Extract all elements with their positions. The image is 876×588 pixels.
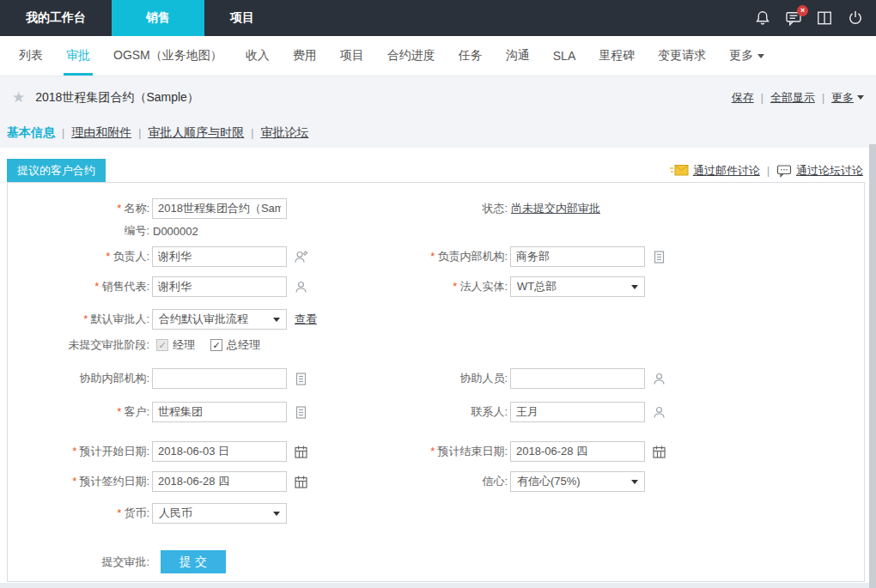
manager-checkbox-label: 经理 xyxy=(173,337,195,353)
nav-item-income[interactable]: 收入 xyxy=(246,36,270,76)
org-list-icon[interactable] xyxy=(652,250,666,264)
email-discuss-link[interactable]: 通过邮件讨论 xyxy=(693,163,760,179)
customer-input[interactable] xyxy=(152,402,287,422)
dropdown-arrow-icon xyxy=(631,480,638,484)
required-mark: * xyxy=(106,250,110,263)
mail-icon xyxy=(670,164,689,177)
message-icon[interactable]: × xyxy=(785,9,802,27)
default-approver-select[interactable]: 合约默认审批流程 xyxy=(152,309,287,330)
separator: | xyxy=(822,92,824,104)
nav-tab-project[interactable]: 项目 xyxy=(204,0,280,36)
save-link[interactable]: 保存 xyxy=(732,90,754,106)
tab-approval-forum[interactable]: 审批论坛 xyxy=(260,125,308,141)
forum-discuss-link[interactable]: 通过论坛讨论 xyxy=(796,163,863,179)
sign-date-row: *预计签约日期: xyxy=(8,471,308,492)
required-mark: * xyxy=(430,250,435,263)
star-icon[interactable]: ★ xyxy=(12,90,25,105)
required-mark: * xyxy=(117,506,121,519)
calendar-icon[interactable] xyxy=(652,445,666,459)
person-icon[interactable] xyxy=(652,372,666,386)
currency-label: *货币: xyxy=(8,506,149,521)
general-manager-checkbox[interactable] xyxy=(210,339,222,351)
customer-label-text: 客户: xyxy=(124,405,149,418)
nav-item-more[interactable]: 更多 xyxy=(729,36,764,76)
nav-item-contract-progress[interactable]: 合约进度 xyxy=(387,36,435,76)
number-value: D000002 xyxy=(153,225,198,238)
number-label: 编号: xyxy=(8,223,149,239)
sales-rep-label: *销售代表: xyxy=(8,279,149,294)
default-approver-value: 合约默认审批流程 xyxy=(159,312,248,327)
calendar-icon[interactable] xyxy=(294,475,308,489)
legal-entity-value: WT总部 xyxy=(517,279,557,294)
status-row: 状态: 尚未提交内部审批 xyxy=(366,198,600,219)
power-icon[interactable] xyxy=(847,9,864,27)
internal-org-input[interactable] xyxy=(510,246,645,267)
assist-org-row: 协助内部机构: xyxy=(8,368,308,389)
contact-input[interactable] xyxy=(510,402,645,422)
org-list-icon[interactable] xyxy=(294,372,308,386)
assist-staff-label: 协助人员: xyxy=(366,371,508,386)
legal-entity-row: *法人实体: WT总部 xyxy=(366,276,645,297)
nav-item-change-request[interactable]: 变更请求 xyxy=(658,36,706,76)
contract-form-panel: *名称: 状态: 尚未提交内部审批 编号: D000002 *负责人: xyxy=(7,182,865,582)
tab-reason-attachments[interactable]: 理由和附件 xyxy=(71,125,131,141)
nav-item-communication[interactable]: 沟通 xyxy=(506,36,530,76)
legal-entity-label: *法人实体: xyxy=(366,279,508,294)
currency-value: 人民币 xyxy=(159,506,192,521)
show-all-link[interactable]: 全部显示 xyxy=(770,90,815,106)
nav-item-tasks[interactable]: 任务 xyxy=(459,36,483,76)
nav-tab-workbench[interactable]: 我的工作台 xyxy=(0,0,112,36)
forum-bubble-icon xyxy=(776,164,792,178)
scrollbar[interactable] xyxy=(869,144,876,588)
customer-row: *客户: xyxy=(8,402,308,422)
submit-button[interactable]: 提 交 xyxy=(161,550,226,573)
legal-entity-select[interactable]: WT总部 xyxy=(510,276,645,297)
nav-item-expense[interactable]: 费用 xyxy=(293,36,317,76)
sales-rep-input[interactable] xyxy=(152,276,287,297)
contact-row: 联系人: xyxy=(366,402,666,422)
contact-label: 联系人: xyxy=(366,404,508,420)
module-nav: 列表 审批 OGSM（业务地图） 收入 费用 项目 合约进度 任务 沟通 SLA… xyxy=(0,36,876,76)
end-date-label-text: 预计结束日期: xyxy=(437,445,508,458)
more-link[interactable]: 更多 xyxy=(831,90,854,106)
org-list-icon[interactable] xyxy=(294,405,308,420)
currency-label-text: 货币: xyxy=(124,506,149,519)
bell-icon[interactable] xyxy=(754,9,771,27)
required-mark: * xyxy=(94,280,99,293)
person-edit-icon[interactable] xyxy=(294,250,308,264)
calendar-icon[interactable] xyxy=(294,445,308,459)
owner-input[interactable] xyxy=(152,246,287,267)
required-mark: * xyxy=(430,445,435,458)
top-navbar: 我的工作台 销售 项目 × xyxy=(0,0,876,36)
tab-approver-order[interactable]: 审批人顺序与时限 xyxy=(148,125,244,141)
currency-select[interactable]: 人民币 xyxy=(152,503,287,524)
status-value-link[interactable]: 尚未提交内部审批 xyxy=(511,201,600,216)
tab-basic-info[interactable]: 基本信息 xyxy=(7,125,55,141)
nav-item-list[interactable]: 列表 xyxy=(19,36,43,76)
assist-staff-input[interactable] xyxy=(510,368,645,389)
nav-item-sla[interactable]: SLA xyxy=(553,36,575,76)
nav-item-milestone[interactable]: 里程碑 xyxy=(599,36,635,76)
person-icon[interactable] xyxy=(652,405,666,420)
confidence-label: 信心: xyxy=(366,474,508,489)
view-link[interactable]: 查看 xyxy=(295,312,317,327)
nav-item-ogsm[interactable]: OGSM（业务地图） xyxy=(113,36,222,76)
end-date-input[interactable] xyxy=(510,441,645,462)
confidence-row: 信心: 有信心(75%) xyxy=(366,471,645,492)
name-row: *名称: xyxy=(8,198,287,219)
start-date-input[interactable] xyxy=(152,441,287,462)
person-icon[interactable] xyxy=(294,280,308,294)
nav-item-approval[interactable]: 审批 xyxy=(66,36,90,76)
confidence-select[interactable]: 有信心(75%) xyxy=(510,471,645,492)
nav-item-project[interactable]: 项目 xyxy=(340,36,364,76)
assist-org-input[interactable] xyxy=(152,368,287,389)
name-input[interactable] xyxy=(152,198,287,219)
default-approver-row: *默认审批人: 合约默认审批流程 查看 xyxy=(8,309,317,330)
sign-date-input[interactable] xyxy=(152,471,287,492)
nav-tab-sales[interactable]: 销售 xyxy=(112,0,204,36)
dropdown-arrow-icon xyxy=(273,318,280,322)
columns-icon[interactable] xyxy=(816,9,833,27)
internal-org-row: *负责内部机构: xyxy=(366,246,666,267)
required-mark: * xyxy=(72,445,76,458)
default-approver-label-text: 默认审批人: xyxy=(90,312,149,325)
